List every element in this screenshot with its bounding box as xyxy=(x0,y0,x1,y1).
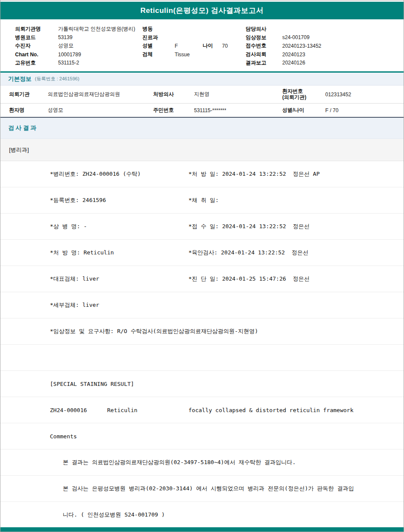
resident-no-label: 주민번호 xyxy=(153,107,194,114)
resident-no-value: 531115-******* xyxy=(194,107,282,113)
detail-row-empty xyxy=(0,345,404,371)
detail-row-footnote-2: 본 검사는 은평성모병원 병리과(02-2030-3144) 에서 시행되었으며… xyxy=(0,476,404,502)
patient-no-value: 012313452 xyxy=(325,92,404,98)
report-title-bar: Reticulin(은평성모) 검사결과보고서 xyxy=(0,2,404,19)
patient-no-label-line2: (의뢰기관) xyxy=(282,95,325,101)
field-sex-age: 성별 F 나이 70 xyxy=(142,42,246,50)
field-request-date: 검사의뢰 20240123 xyxy=(246,50,399,59)
referrer-value: 의료법인삼광의료재단삼광의원 xyxy=(48,91,153,98)
specimen-label: 검체 xyxy=(142,51,175,58)
collection-date-text: *채 취 일: xyxy=(188,196,404,204)
report-date-value: 20240126 xyxy=(282,60,305,66)
field-hospital-code: 병원코드 53139 xyxy=(15,34,142,42)
sub-specimen-text: *세부검체: liver xyxy=(50,301,188,309)
age-value: 70 xyxy=(222,43,228,49)
request-date-value: 20240123 xyxy=(282,52,305,58)
detail-row-order-name: *처 방 명: Reticulin *육안검사: 2024-01-24 13:2… xyxy=(0,240,404,266)
clinical-info-value: s24-001709 xyxy=(282,34,309,40)
detail-row-sub-specimen: *세부검체: liver xyxy=(0,292,404,318)
field-unique-no: 고유번호 531115-2 xyxy=(15,58,142,67)
bottom-teal-bar xyxy=(0,527,404,532)
field-clinical-info: 임상정보 s24-001709 xyxy=(246,34,399,42)
report-date-label: 결과보고 xyxy=(246,59,282,67)
patient-no-label: 환자번호 (의뢰기관) xyxy=(282,89,325,101)
age-label: 나이 xyxy=(203,42,222,49)
detail-row-diagnosis-name: *상 병 명: - *접 수 일: 2024-01-24 13:22:52 정은… xyxy=(0,214,404,240)
report-page: Reticulin(은평성모) 검사결과보고서 의뢰기관명 가톨릭대학교 인천성… xyxy=(0,0,404,532)
field-ward: 병동 xyxy=(142,25,246,34)
detail-row-clinical-request: *임상정보 및 요구사항: R/O 수탁검사(의료법인삼광의료재단삼광의원-지현… xyxy=(0,318,404,345)
staining-code-text: ZH24-000016 xyxy=(50,407,107,413)
patient-header-col1: 의뢰기관명 가톨릭대학교 인천성모병원(병리) 병원코드 53139 수진자 성… xyxy=(15,25,142,67)
basic-info-table: 의뢰기관 의료법인삼광의료재단삼광의원 처방의사 지현영 환자번호 (의뢰기관)… xyxy=(0,86,404,118)
field-chart-no: Chart No. 10001789 xyxy=(15,50,142,59)
patient-header-col3: 담당의사 임상정보 s24-001709 접수번호 20240123-13452… xyxy=(246,25,399,67)
unique-no-label: 고유번호 xyxy=(15,59,58,67)
detail-row-pathology-no: *병리번호: ZH24-000016 (수탁) *처 방 일: 2024-01-… xyxy=(0,161,404,187)
footnote-2-text: 본 검사는 은평성모병원 병리과(02-2030-3144) 에서 시행되었으며… xyxy=(63,485,404,492)
diagnosis-name-text: *상 병 명: - xyxy=(50,223,188,230)
detail-row-registration-no: *등록번호: 2461596 *채 취 일: xyxy=(0,187,404,214)
patient-name-cell: 성영모 xyxy=(48,107,153,114)
prescriber-label: 처방의사 xyxy=(153,91,194,98)
clinical-info-label: 임상정보 xyxy=(246,34,282,41)
patient-no-label-line1: 환자번호 xyxy=(282,89,325,95)
basic-info-header: 기본정보 (등록번호 : 2461596) xyxy=(0,73,404,86)
detail-row-main-specimen: *대표검체: liver *진 단 일: 2024-01-25 15:47:26… xyxy=(0,266,404,292)
field-patient: 수진자 성영모 xyxy=(15,42,142,50)
doctor-label: 담당의사 xyxy=(246,25,282,33)
patient-name-label: 환자명 xyxy=(0,107,48,114)
result-detail-list: *병리번호: ZH24-000016 (수탁) *처 방 일: 2024-01-… xyxy=(0,161,404,528)
chart-no-label: Chart No. xyxy=(15,52,58,58)
sex-age-label: 성별/나이 xyxy=(282,107,325,114)
sex-age-value: F / 70 xyxy=(325,107,404,113)
basic-info-row-1: 의뢰기관 의료법인삼광의료재단삼광의원 처방의사 지현영 환자번호 (의뢰기관)… xyxy=(0,86,404,104)
field-hospital-name: 의뢰기관명 가톨릭대학교 인천성모병원(병리) xyxy=(15,25,142,34)
detail-row-comments: Comments xyxy=(0,423,404,449)
specimen-value: Tissue xyxy=(175,52,190,58)
footnote-1-text: 본 결과는 의료법인삼광의료재단삼광의원(02-3497-5180~4)에서 재… xyxy=(63,459,404,466)
gross-exam-text: *육안검사: 2024-01-24 13:22:52 정은선 xyxy=(188,249,404,257)
receipt-date-text: *접 수 일: 2024-01-24 13:22:52 정은선 xyxy=(188,223,404,230)
patient-name-value: 성영모 xyxy=(58,42,74,49)
results-header: 검 사 결 과 xyxy=(0,118,404,139)
pathology-no-text: *병리번호: ZH24-000016 (수탁) xyxy=(50,170,188,178)
registration-no-text: *등록번호: 2461596 xyxy=(50,196,188,204)
staining-result-text: focally collapsed & distorted reticulin … xyxy=(188,407,404,413)
department-label: [병리과] xyxy=(9,146,29,154)
ward-label: 병동 xyxy=(142,25,175,33)
sex-label: 성별 xyxy=(142,42,175,49)
field-receipt-no: 접수번호 20240123-13452 xyxy=(246,42,399,50)
department-row: [병리과] xyxy=(0,139,404,161)
receipt-no-label: 접수번호 xyxy=(246,42,282,49)
hospital-code-value: 53139 xyxy=(58,34,72,40)
field-doctor: 담당의사 xyxy=(246,25,399,34)
field-specimen: 검체 Tissue xyxy=(142,50,246,59)
patient-header: 의뢰기관명 가톨릭대학교 인천성모병원(병리) 병원코드 53139 수진자 성… xyxy=(0,19,404,71)
patient-label: 수진자 xyxy=(15,42,58,49)
patient-header-col2: 병동 진료과 성별 F 나이 70 검체 Tissue xyxy=(142,25,246,67)
order-name-text: *처 방 명: Reticulin xyxy=(50,249,188,257)
basic-info-title: 기본정보 xyxy=(8,75,31,83)
field-dept: 진료과 xyxy=(142,34,246,42)
staining-header-text: [SPECIAL STAINING RESULT] xyxy=(50,381,404,387)
detail-row-footnote-1: 본 결과는 의료법인삼광의료재단삼광의원(02-3497-5180~4)에서 재… xyxy=(0,449,404,476)
footnote-3-text: 니다. ( 인천성모병원 S24-001709 ) xyxy=(63,511,404,519)
basic-info-row-2: 환자명 성영모 주민번호 531115-******* 성별/나이 F / 70 xyxy=(0,104,404,117)
clinical-request-text: *임상정보 및 요구사항: R/O 수탁검사(의료법인삼광의료재단삼광의원-지현… xyxy=(50,327,404,335)
receipt-no-value: 20240123-13452 xyxy=(282,43,321,49)
detail-row-footnote-3: 니다. ( 인천성모병원 S24-001709 ) xyxy=(0,502,404,528)
hospital-name-label: 의뢰기관명 xyxy=(15,25,58,33)
hospital-code-label: 병원코드 xyxy=(15,34,58,41)
hospital-name-value: 가톨릭대학교 인천성모병원(병리) xyxy=(58,25,135,33)
sex-value: F xyxy=(175,43,203,49)
staining-name-text: Reticulin xyxy=(107,407,188,413)
request-date-label: 검사의뢰 xyxy=(246,51,282,58)
detail-row-staining-header: [SPECIAL STAINING RESULT] xyxy=(0,371,404,397)
report-title: Reticulin(은평성모) 검사결과보고서 xyxy=(140,6,263,15)
field-report-date: 결과보고 20240126 xyxy=(246,58,399,67)
unique-no-value: 531115-2 xyxy=(58,60,79,66)
order-date-text: *처 방 일: 2024-01-24 13:22:52 정은선 AP xyxy=(188,170,404,178)
results-title: 검 사 결 과 xyxy=(8,124,36,132)
basic-info-subtitle: (등록번호 : 2461596) xyxy=(35,76,79,82)
